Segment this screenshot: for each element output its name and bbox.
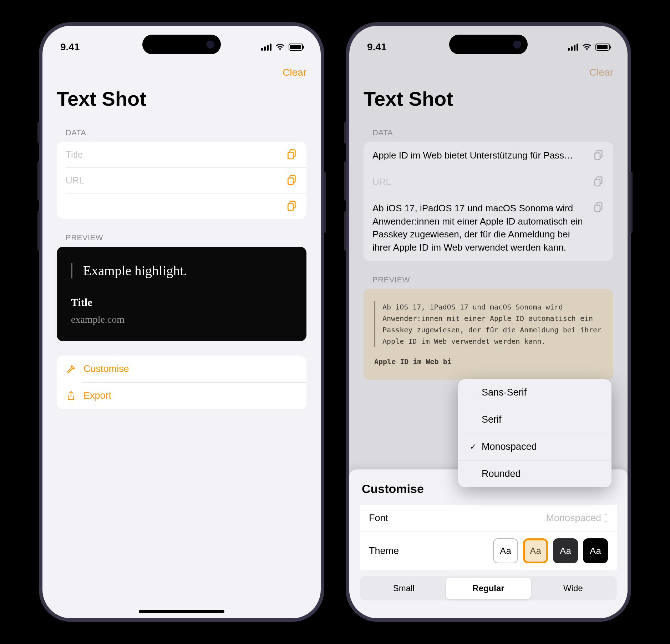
dynamic-island <box>142 35 221 54</box>
share-icon <box>66 391 76 401</box>
status-time: 9.41 <box>367 41 387 53</box>
wifi-icon <box>275 43 285 51</box>
phone-vol-up <box>37 161 40 201</box>
status-time: 9.41 <box>60 41 80 53</box>
preview-card: Ab iOS 17, iPadOS 17 und macOS Sonoma wi… <box>364 289 613 380</box>
font-row[interactable]: Font Monospaced ⌃⌄ <box>360 505 617 532</box>
phone-vol-down <box>344 211 346 251</box>
paste-from-clipboard-icon[interactable] <box>286 149 298 160</box>
dynamic-island <box>449 35 528 54</box>
theme-swatch-cream[interactable]: Aa <box>523 538 548 563</box>
paste-from-clipboard-icon[interactable] <box>286 200 298 212</box>
font-option-sans[interactable]: Sans-Serif <box>458 379 611 406</box>
font-option-serif[interactable]: Serif <box>458 406 611 433</box>
export-button[interactable]: Export <box>57 382 306 409</box>
customise-sheet: Customise Font Monospaced ⌃⌄ Theme Aa Aa… <box>349 469 628 618</box>
svg-rect-11 <box>595 205 600 212</box>
svg-rect-3 <box>288 178 293 185</box>
font-menu-popover: Sans-Serif Serif ✓ Monospaced Rounded <box>458 379 611 487</box>
phone-power <box>630 172 633 233</box>
title-input[interactable] <box>66 149 281 160</box>
body-input[interactable]: Ab iOS 17, iPadOS 17 und macOS Sonoma wi… <box>372 202 588 254</box>
phone-power <box>324 172 326 233</box>
phone-vol-up <box>344 161 346 201</box>
aspect-regular[interactable]: Regular <box>446 578 531 599</box>
customise-label: Customise <box>83 363 129 374</box>
battery-icon <box>289 44 303 51</box>
title-input[interactable]: Apple ID im Web bietet Unterstützung für… <box>372 149 588 162</box>
theme-swatch-black[interactable]: Aa <box>583 538 608 563</box>
svg-rect-7 <box>595 153 600 160</box>
page-title: Text Shot <box>42 84 321 121</box>
svg-rect-1 <box>288 152 293 159</box>
theme-swatch-light[interactable]: Aa <box>493 538 518 563</box>
clear-button[interactable]: Clear <box>589 67 613 78</box>
customise-button[interactable]: Customise <box>57 356 306 382</box>
font-selected-value: Monospaced <box>546 513 601 524</box>
aspect-segment: Small Regular Wide <box>360 576 617 600</box>
preview-section-header: PREVIEW <box>364 261 613 289</box>
hammer-icon <box>66 364 76 374</box>
phone-mute-switch <box>37 122 40 144</box>
data-section-header: DATA <box>57 121 306 142</box>
preview-title: Title <box>71 296 292 308</box>
aspect-wide[interactable]: Wide <box>531 578 615 599</box>
home-indicator[interactable] <box>139 610 224 613</box>
checkmark-icon: ✓ <box>469 442 477 452</box>
svg-rect-5 <box>288 203 293 210</box>
data-card: Apple ID im Web bietet Unterstützung für… <box>364 142 613 261</box>
preview-card: Example highlight. Title example.com <box>57 247 306 341</box>
export-label: Export <box>83 390 111 401</box>
url-input[interactable] <box>372 176 588 187</box>
clear-button[interactable]: Clear <box>283 67 306 78</box>
battery-icon <box>595 44 610 51</box>
paste-from-clipboard-icon[interactable] <box>593 150 604 161</box>
page-title: Text Shot <box>349 84 628 121</box>
data-section-header: DATA <box>364 121 613 142</box>
wifi-icon <box>582 43 592 51</box>
phone-left: 9.41 Clear Text Shot DATA <box>39 22 324 622</box>
phone-vol-down <box>37 211 40 251</box>
preview-title: Apple ID im Web bi <box>374 356 603 367</box>
svg-rect-9 <box>595 180 600 186</box>
chevron-up-down-icon: ⌃⌄ <box>603 514 608 522</box>
font-option-mono[interactable]: ✓ Monospaced <box>458 433 611 460</box>
phone-right: 9.41 Clear Text Shot DATA Apple ID im We… <box>346 22 631 622</box>
preview-section-header: PREVIEW <box>57 219 306 247</box>
preview-quote: Ab iOS 17, iPadOS 17 und macOS Sonoma wi… <box>374 301 603 347</box>
url-input[interactable] <box>66 175 281 186</box>
font-option-rounded[interactable]: Rounded <box>458 460 611 487</box>
preview-url: example.com <box>71 314 292 325</box>
preview-quote: Example highlight. <box>71 263 292 278</box>
signal-icon <box>261 44 271 51</box>
paste-from-clipboard-icon[interactable] <box>593 176 604 187</box>
theme-swatch-dark[interactable]: Aa <box>553 538 578 563</box>
theme-row: Theme Aa Aa Aa Aa <box>360 532 617 570</box>
signal-icon <box>568 44 578 51</box>
actions-card: Customise Export <box>57 356 306 409</box>
body-input[interactable] <box>66 201 281 212</box>
font-label: Font <box>369 513 388 524</box>
theme-label: Theme <box>369 545 399 557</box>
data-card <box>57 142 306 219</box>
paste-from-clipboard-icon[interactable] <box>286 175 298 186</box>
aspect-small[interactable]: Small <box>361 578 446 599</box>
paste-from-clipboard-icon[interactable] <box>593 202 604 213</box>
phone-mute-switch <box>344 122 346 144</box>
